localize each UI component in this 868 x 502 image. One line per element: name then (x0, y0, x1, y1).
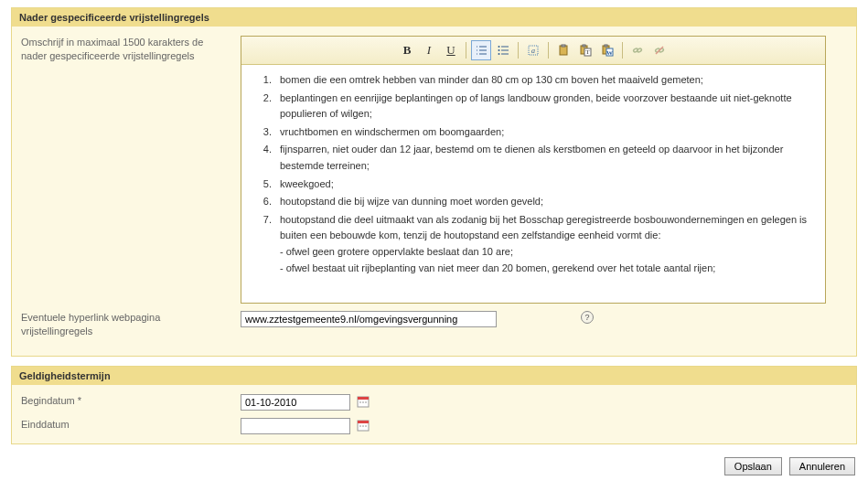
svg-rect-33 (365, 401, 367, 403)
editor-list-item[interactable]: houtopstand die bij wijze van dunning mo… (274, 194, 814, 210)
svg-point-8 (498, 53, 500, 55)
paste-word-button[interactable]: W (597, 40, 617, 60)
svg-text:W: W (606, 49, 613, 57)
svg-text:T: T (585, 48, 590, 56)
label-hyperlink: Eventuele hyperlink webpagina vrijstelli… (21, 311, 241, 339)
svg-rect-21 (605, 45, 607, 47)
editor-list-item[interactable]: fijnsparren, niet ouder dan 12 jaar, bes… (274, 142, 814, 174)
svg-rect-37 (362, 425, 364, 427)
svg-rect-31 (359, 401, 361, 403)
calendar-icon[interactable] (356, 394, 370, 409)
unordered-list-button[interactable] (493, 40, 513, 60)
hyperlink-input[interactable] (241, 311, 497, 327)
rich-text-editor: B I U a (241, 36, 826, 304)
calendar-icon[interactable] (356, 418, 370, 433)
link-button[interactable] (627, 40, 648, 60)
label-omschrijving: Omschrijf in maximaal 1500 karakters de … (21, 36, 241, 64)
unlink-button[interactable] (649, 40, 670, 60)
begindatum-input[interactable] (241, 394, 350, 411)
panel-geldigheidstermijn: Geldigheidstermijn Begindatum * Einddatu… (11, 366, 857, 444)
svg-point-6 (498, 46, 500, 48)
editor-toolbar: B I U a (241, 37, 825, 65)
toolbar-separator (518, 42, 519, 59)
toolbar-separator (622, 42, 623, 59)
svg-point-7 (498, 49, 500, 51)
editor-list-item[interactable]: kweekgoed; (274, 176, 814, 193)
svg-rect-36 (359, 425, 361, 427)
svg-rect-30 (358, 397, 369, 400)
svg-rect-17 (583, 45, 585, 47)
editor-list-item[interactable]: bomen die een omtrek hebben van minder d… (274, 72, 814, 89)
panel-header-geldigheid: Geldigheidstermijn (12, 367, 856, 385)
help-icon[interactable]: ? (581, 311, 594, 324)
underline-button[interactable]: U (441, 40, 461, 60)
toolbar-separator (466, 42, 466, 59)
italic-button[interactable]: I (419, 40, 439, 60)
ordered-list-button[interactable] (471, 40, 491, 60)
svg-line-28 (656, 47, 663, 54)
editor-list-item[interactable]: vruchtbomen en windschermen om boomgaard… (274, 124, 814, 141)
svg-rect-35 (358, 421, 369, 423)
paste-text-button[interactable]: T (575, 40, 595, 60)
select-all-button[interactable]: a (523, 40, 543, 60)
einddatum-input[interactable] (241, 418, 350, 434)
editor-content-area[interactable]: bomen die een omtrek hebben van minder d… (241, 65, 825, 303)
button-bar: Opslaan Annuleren (11, 454, 857, 479)
toolbar-separator (548, 42, 549, 59)
label-einddatum: Einddatum (21, 418, 241, 432)
editor-list-item[interactable]: houtopstand die deel uitmaakt van als zo… (274, 212, 814, 276)
paste-button[interactable] (553, 40, 573, 60)
svg-text:a: a (531, 47, 535, 55)
cancel-button[interactable]: Annuleren (789, 457, 855, 475)
panel-vrijstellingregels: Nader gespecificeerde vrijstellingregels… (11, 7, 857, 357)
panel-header-vrijstellingregels: Nader gespecificeerde vrijstellingregels (12, 8, 856, 27)
bold-button[interactable]: B (397, 40, 417, 60)
editor-list-item[interactable]: beplantingen en eenrijige beplantingen o… (274, 91, 814, 123)
svg-rect-32 (362, 401, 364, 403)
save-button[interactable]: Opslaan (724, 457, 782, 475)
svg-rect-38 (365, 425, 367, 427)
svg-rect-15 (562, 45, 565, 47)
label-begindatum: Begindatum * (21, 394, 241, 408)
